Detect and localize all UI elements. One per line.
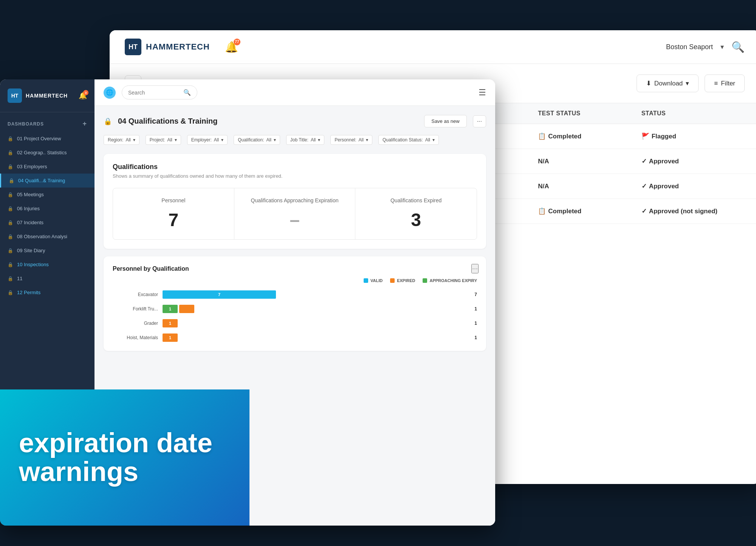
sidebar-item-incidents[interactable]: 🔒 07 Incidents — [0, 216, 94, 230]
bar-expired-segment: 1 — [163, 319, 178, 327]
sidebar-item-label: 05 Meetings — [17, 192, 44, 197]
lock-icon: 🔒 — [8, 262, 13, 267]
bar-track: 1 — [163, 305, 468, 313]
test-na-badge: N/A — [538, 158, 641, 165]
status-badge-approved-signed: ✓ Approved (not signed) — [641, 207, 745, 215]
legend-expired-dot — [390, 278, 395, 283]
bar-track: 7 — [163, 290, 468, 299]
filter-employer[interactable]: Employer: All ▾ — [187, 135, 228, 145]
topbar: HT HAMMERTECH 🔔 77 Boston Seaport ▾ 🔍 — [110, 30, 756, 64]
bar-label: Excavator — [113, 292, 158, 297]
bar-row-grader: Grader 1 1 — [113, 319, 477, 327]
check-icon: ✓ — [641, 182, 647, 190]
filter-qualstatus[interactable]: Qualification Status: All ▾ — [378, 135, 439, 145]
search-bar[interactable]: 🔍 — [122, 85, 197, 99]
sidebar-item-label: 04 Qualifi...& Training — [18, 178, 65, 183]
sidebar-item-meetings[interactable]: 🔒 05 Meetings — [0, 188, 94, 202]
chart-more-options-button[interactable]: ··· — [471, 264, 479, 273]
filter-qualification[interactable]: Qualification: All ▾ — [234, 135, 280, 145]
sidebar-item-injuries[interactable]: 🔒 06 Injuries — [0, 202, 94, 216]
sidebar-item-qualifications[interactable]: 🔒 04 Qualifi...& Training — [0, 174, 94, 188]
filter-project[interactable]: Project: All ▾ — [146, 135, 181, 145]
sidebar-item-permits[interactable]: 🔒 12 Permits — [0, 285, 94, 299]
filter-jobtitle[interactable]: Job Title: All ▾ — [286, 135, 324, 145]
stats-title: Qualifications — [113, 163, 477, 171]
sidebar-item-label: 07 Incidents — [17, 220, 43, 225]
sidebar-item-project-overview[interactable]: 🔒 01 Project Overview — [0, 132, 94, 146]
sidebar-header: HT HAMMERTECH 🔔 3 — [0, 79, 94, 112]
download-icon: ⬇ — [646, 79, 651, 87]
bar-valid-segment: 7 — [163, 290, 276, 299]
sidebar-item-observation[interactable]: 🔒 08 Observation Analysi — [0, 230, 94, 244]
dashboard-title: 04 Qualifications & Training — [118, 117, 217, 126]
bar-row-forklift: Forklift Tru... 1 1 — [113, 305, 477, 313]
sidebar-item-label: 12 Permits — [17, 290, 40, 295]
lock-icon: 🔒 — [8, 136, 13, 141]
stat-label: Qualifications Expired — [364, 197, 468, 203]
stat-label: Personnel — [122, 197, 225, 203]
bar-label: Forklift Tru... — [113, 306, 158, 312]
bar-count: 7 — [474, 292, 477, 297]
bar-track: 1 — [163, 333, 468, 342]
lock-icon: 🔒 — [9, 178, 14, 183]
save-as-new-button[interactable]: Save as new — [424, 115, 466, 127]
stat-value-personnel: 7 — [122, 209, 225, 230]
add-dashboard-button[interactable]: + — [82, 120, 87, 128]
logo-area: HT HAMMERTECH — [125, 39, 210, 55]
sidebar-bell-badge: 3 — [83, 90, 88, 95]
flag-icon: 🚩 — [641, 132, 649, 140]
sidebar-item-geo-statistics[interactable]: 🔒 02 Geograp.. Statistics — [0, 146, 94, 160]
status-badge-approved: ✓ Approved — [641, 157, 745, 165]
completed-icon: 📋 — [538, 132, 546, 140]
sidebar-item-label: 08 Observation Analysi — [17, 234, 67, 239]
sidebar-item-label: 02 Geograp.. Statistics — [17, 150, 67, 155]
lock-icon: 🔒 — [8, 234, 13, 239]
logo-box: HT — [125, 39, 141, 55]
location-selector[interactable]: Boston Seaport — [666, 43, 713, 51]
lock-icon: 🔒 — [8, 164, 13, 169]
overlay-banner: expiration date warnings — [0, 389, 249, 526]
download-button[interactable]: ⬇ Download ▾ — [637, 74, 699, 92]
search-magnifier-icon: 🔍 — [183, 89, 191, 96]
sidebar-item-employers[interactable]: 🔒 03 Employers — [0, 160, 94, 174]
sidebar-notification-bell[interactable]: 🔔 3 — [79, 92, 87, 100]
bell-badge: 77 — [234, 39, 240, 45]
sidebar-item-11[interactable]: 🔒 11 — [0, 271, 94, 285]
more-options-button[interactable]: ··· — [473, 115, 486, 127]
check-icon: ✓ — [641, 207, 647, 215]
bar-label: Hoist, Materials — [113, 335, 158, 340]
sidebar-item-label: 10 Inspections — [17, 262, 49, 267]
search-icon[interactable]: 🔍 — [731, 41, 745, 53]
filter-personnel[interactable]: Personnel: All ▾ — [330, 135, 372, 145]
bar-chart: Excavator 7 7 Forklift Tru... 1 1 — [113, 290, 477, 342]
sidebar-item-inspections[interactable]: 🔒 10 Inspections — [0, 257, 94, 271]
notification-bell[interactable]: 🔔 77 — [225, 41, 238, 53]
stat-card-expired: Qualifications Expired 3 — [355, 188, 477, 239]
lock-icon: 🔒 — [8, 248, 13, 253]
search-input[interactable] — [128, 90, 180, 96]
lock-icon: 🔒 — [8, 192, 13, 197]
chart-section: ··· Personnel by Qualification VALID EXP… — [104, 256, 486, 351]
hamburger-menu[interactable]: ☰ — [479, 88, 486, 98]
check-icon: ✓ — [641, 157, 647, 165]
sidebar-item-site-diary[interactable]: 🔒 09 Site Diary — [0, 244, 94, 257]
bar-approaching-segment: 1 — [163, 305, 178, 313]
legend-valid-dot — [364, 278, 368, 283]
bar-label: Grader — [113, 321, 158, 326]
stats-cards: Personnel 7 Qualifications Approaching E… — [113, 188, 477, 240]
sidebar-logo: HT — [8, 88, 22, 103]
lock-icon: 🔒 — [8, 206, 13, 211]
stat-label: Qualifications Approaching Expiration — [243, 197, 346, 203]
sidebar-brand-name: HAMMERTECH — [26, 93, 68, 99]
legend-expired: EXPIRED — [390, 278, 415, 283]
chart-legend: VALID EXPIRED APPROACHING EXPIRY — [113, 278, 477, 283]
filter-region[interactable]: Region: All ▾ — [104, 135, 139, 145]
lock-icon: 🔒 — [8, 276, 13, 281]
sidebar-item-label: 03 Employers — [17, 164, 47, 169]
col-status: Status — [641, 110, 745, 117]
topbar-right: Boston Seaport ▾ 🔍 — [666, 41, 745, 53]
sidebar-item-label: 09 Site Diary — [17, 248, 45, 253]
lock-icon: 🔒 — [8, 220, 13, 225]
filter-button[interactable]: ≡ Filter — [705, 74, 745, 92]
legend-valid: VALID — [364, 278, 383, 283]
